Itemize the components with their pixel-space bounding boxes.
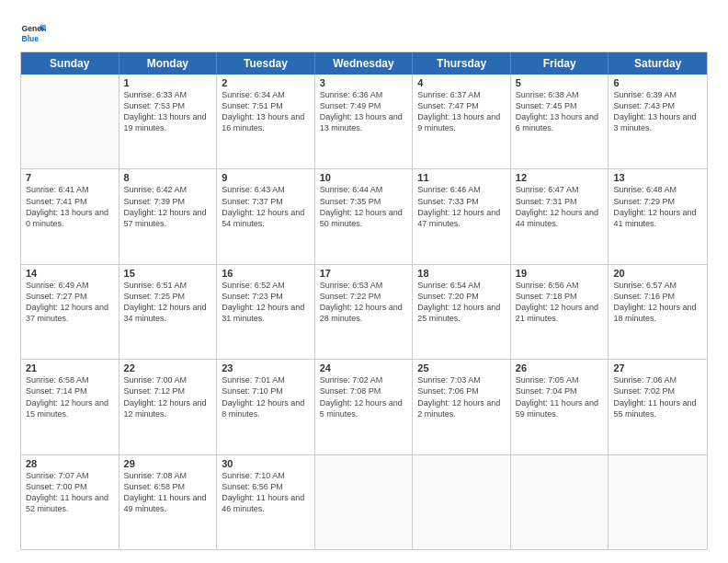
cell-info: Sunrise: 6:49 AMSunset: 7:27 PMDaylight:…: [26, 280, 114, 325]
calendar-cell: 6Sunrise: 6:39 AMSunset: 7:43 PMDaylight…: [609, 75, 707, 168]
calendar-cell: 12Sunrise: 6:47 AMSunset: 7:31 PMDayligh…: [511, 169, 609, 263]
logo-icon: General Blue: [20, 20, 46, 46]
calendar-cell: 27Sunrise: 7:06 AMSunset: 7:02 PMDayligh…: [609, 360, 707, 454]
calendar-row-0: 1Sunrise: 6:33 AMSunset: 7:53 PMDaylight…: [21, 75, 707, 168]
day-number: 22: [124, 362, 212, 373]
logo: General Blue: [20, 20, 48, 46]
cell-info: Sunrise: 6:48 AMSunset: 7:29 PMDaylight:…: [613, 184, 702, 229]
cell-info: Sunrise: 7:06 AMSunset: 7:02 PMDaylight:…: [613, 374, 702, 419]
calendar-cell: 3Sunrise: 6:36 AMSunset: 7:49 PMDaylight…: [315, 75, 414, 168]
day-number: 23: [222, 362, 310, 373]
cell-info: Sunrise: 7:01 AMSunset: 7:10 PMDaylight:…: [222, 374, 310, 419]
cell-info: Sunrise: 6:57 AMSunset: 7:16 PMDaylight:…: [613, 280, 702, 325]
header-cell-thursday: Thursday: [413, 52, 511, 75]
cell-info: Sunrise: 6:42 AMSunset: 7:39 PMDaylight:…: [124, 184, 212, 229]
calendar-cell: [511, 455, 609, 549]
calendar-cell: 21Sunrise: 6:58 AMSunset: 7:14 PMDayligh…: [21, 360, 119, 454]
calendar-cell: [413, 455, 511, 549]
day-number: 13: [613, 172, 702, 183]
cell-info: Sunrise: 6:38 AMSunset: 7:45 PMDaylight:…: [516, 89, 604, 134]
calendar-row-4: 28Sunrise: 7:07 AMSunset: 7:00 PMDayligh…: [21, 454, 707, 549]
calendar-cell: 28Sunrise: 7:07 AMSunset: 7:00 PMDayligh…: [21, 455, 119, 549]
day-number: 3: [320, 77, 408, 88]
day-number: 1: [124, 77, 212, 88]
calendar-cell: 25Sunrise: 7:03 AMSunset: 7:06 PMDayligh…: [413, 360, 511, 454]
cell-info: Sunrise: 6:54 AMSunset: 7:20 PMDaylight:…: [417, 280, 506, 325]
calendar-cell: 24Sunrise: 7:02 AMSunset: 7:08 PMDayligh…: [315, 360, 414, 454]
cell-info: Sunrise: 7:08 AMSunset: 6:58 PMDaylight:…: [124, 470, 212, 515]
day-number: 25: [417, 362, 506, 373]
calendar-cell: 22Sunrise: 7:00 AMSunset: 7:12 PMDayligh…: [119, 360, 218, 454]
cell-info: Sunrise: 7:00 AMSunset: 7:12 PMDaylight:…: [124, 374, 212, 419]
cell-info: Sunrise: 7:10 AMSunset: 6:56 PMDaylight:…: [222, 470, 310, 515]
cell-info: Sunrise: 6:36 AMSunset: 7:49 PMDaylight:…: [320, 89, 408, 134]
calendar-cell: 11Sunrise: 6:46 AMSunset: 7:33 PMDayligh…: [413, 169, 511, 263]
day-number: 10: [320, 172, 408, 183]
header-cell-monday: Monday: [119, 52, 218, 75]
calendar-cell: 30Sunrise: 7:10 AMSunset: 6:56 PMDayligh…: [217, 455, 315, 549]
calendar-cell: 23Sunrise: 7:01 AMSunset: 7:10 PMDayligh…: [217, 360, 315, 454]
calendar-cell: 10Sunrise: 6:44 AMSunset: 7:35 PMDayligh…: [315, 169, 414, 263]
day-number: 29: [124, 458, 212, 469]
cell-info: Sunrise: 6:39 AMSunset: 7:43 PMDaylight:…: [613, 89, 702, 134]
day-number: 4: [417, 77, 506, 88]
calendar-body: 1Sunrise: 6:33 AMSunset: 7:53 PMDaylight…: [21, 75, 707, 549]
calendar-cell: 16Sunrise: 6:52 AMSunset: 7:23 PMDayligh…: [217, 265, 315, 359]
day-number: 28: [26, 458, 114, 469]
calendar-cell: 2Sunrise: 6:34 AMSunset: 7:51 PMDaylight…: [217, 75, 315, 168]
calendar-cell: 13Sunrise: 6:48 AMSunset: 7:29 PMDayligh…: [609, 169, 707, 263]
page: General Blue SundayMondayTuesdayWednesda…: [0, 0, 728, 563]
svg-text:Blue: Blue: [22, 34, 40, 43]
day-number: 18: [417, 268, 506, 279]
cell-info: Sunrise: 7:05 AMSunset: 7:04 PMDaylight:…: [516, 374, 604, 419]
day-number: 26: [516, 362, 604, 373]
cell-info: Sunrise: 6:52 AMSunset: 7:23 PMDaylight:…: [222, 280, 310, 325]
cell-info: Sunrise: 6:56 AMSunset: 7:18 PMDaylight:…: [516, 280, 604, 325]
calendar-cell: 4Sunrise: 6:37 AMSunset: 7:47 PMDaylight…: [413, 75, 511, 168]
cell-info: Sunrise: 6:53 AMSunset: 7:22 PMDaylight:…: [320, 280, 408, 325]
calendar: SundayMondayTuesdayWednesdayThursdayFrid…: [20, 52, 708, 550]
calendar-cell: 15Sunrise: 6:51 AMSunset: 7:25 PMDayligh…: [119, 265, 218, 359]
day-number: 7: [26, 172, 114, 183]
day-number: 24: [320, 362, 408, 373]
cell-info: Sunrise: 7:02 AMSunset: 7:08 PMDaylight:…: [320, 374, 408, 419]
day-number: 9: [222, 172, 310, 183]
calendar-cell: [609, 455, 707, 549]
day-number: 11: [417, 172, 506, 183]
day-number: 16: [222, 268, 310, 279]
calendar-cell: 5Sunrise: 6:38 AMSunset: 7:45 PMDaylight…: [511, 75, 609, 168]
cell-info: Sunrise: 6:51 AMSunset: 7:25 PMDaylight:…: [124, 280, 212, 325]
cell-info: Sunrise: 6:47 AMSunset: 7:31 PMDaylight:…: [516, 184, 604, 229]
header-cell-wednesday: Wednesday: [315, 52, 414, 75]
calendar-cell: 14Sunrise: 6:49 AMSunset: 7:27 PMDayligh…: [21, 265, 119, 359]
header-cell-saturday: Saturday: [609, 52, 707, 75]
calendar-cell: 1Sunrise: 6:33 AMSunset: 7:53 PMDaylight…: [119, 75, 218, 168]
day-number: 19: [516, 268, 604, 279]
cell-info: Sunrise: 6:37 AMSunset: 7:47 PMDaylight:…: [417, 89, 506, 134]
calendar-row-2: 14Sunrise: 6:49 AMSunset: 7:27 PMDayligh…: [21, 264, 707, 359]
header: General Blue: [20, 17, 708, 46]
header-cell-tuesday: Tuesday: [217, 52, 315, 75]
calendar-cell: 19Sunrise: 6:56 AMSunset: 7:18 PMDayligh…: [511, 265, 609, 359]
cell-info: Sunrise: 6:46 AMSunset: 7:33 PMDaylight:…: [417, 184, 506, 229]
day-number: 30: [222, 458, 310, 469]
day-number: 5: [516, 77, 604, 88]
header-cell-sunday: Sunday: [21, 52, 119, 75]
day-number: 20: [613, 268, 702, 279]
header-cell-friday: Friday: [511, 52, 609, 75]
cell-info: Sunrise: 6:44 AMSunset: 7:35 PMDaylight:…: [320, 184, 408, 229]
calendar-cell: 9Sunrise: 6:43 AMSunset: 7:37 PMDaylight…: [217, 169, 315, 263]
calendar-row-1: 7Sunrise: 6:41 AMSunset: 7:41 PMDaylight…: [21, 168, 707, 263]
calendar-cell: 29Sunrise: 7:08 AMSunset: 6:58 PMDayligh…: [119, 455, 218, 549]
day-number: 17: [320, 268, 408, 279]
calendar-cell: 18Sunrise: 6:54 AMSunset: 7:20 PMDayligh…: [413, 265, 511, 359]
calendar-cell: 8Sunrise: 6:42 AMSunset: 7:39 PMDaylight…: [119, 169, 218, 263]
cell-info: Sunrise: 6:33 AMSunset: 7:53 PMDaylight:…: [124, 89, 212, 134]
cell-info: Sunrise: 6:43 AMSunset: 7:37 PMDaylight:…: [222, 184, 310, 229]
day-number: 14: [26, 268, 114, 279]
cell-info: Sunrise: 6:58 AMSunset: 7:14 PMDaylight:…: [26, 374, 114, 419]
cell-info: Sunrise: 7:03 AMSunset: 7:06 PMDaylight:…: [417, 374, 506, 419]
cell-info: Sunrise: 6:41 AMSunset: 7:41 PMDaylight:…: [26, 184, 114, 229]
calendar-cell: 17Sunrise: 6:53 AMSunset: 7:22 PMDayligh…: [315, 265, 414, 359]
calendar-cell: 7Sunrise: 6:41 AMSunset: 7:41 PMDaylight…: [21, 169, 119, 263]
